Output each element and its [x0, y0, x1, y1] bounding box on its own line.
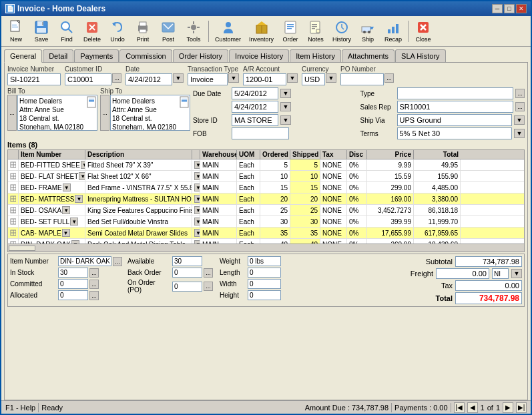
date-dropdown[interactable]: ▼ [173, 73, 184, 83]
prev-page-button[interactable]: ◀ [467, 402, 478, 413]
order-button[interactable]: Order [278, 17, 302, 45]
svg-point-23 [226, 22, 231, 27]
find-button[interactable]: Find [55, 17, 79, 45]
item-number-detail-browse[interactable]: ... [113, 257, 122, 266]
tab-sla-history[interactable]: SLA History [395, 49, 445, 62]
print-button[interactable]: Print [131, 17, 155, 45]
recap-button[interactable]: Recap [381, 17, 405, 45]
currency-input[interactable] [302, 73, 325, 85]
ar-account-input[interactable] [243, 73, 286, 85]
table-row[interactable]: CAB- MAPLE▼ Semi Coated Metal Drawer Sli… [8, 228, 524, 239]
tab-payments[interactable]: Payments [74, 49, 119, 62]
ar-account-dropdown[interactable]: ▼ [287, 73, 298, 83]
customer-id-input[interactable] [65, 73, 111, 85]
tab-detail[interactable]: Detail [43, 49, 73, 62]
transaction-type-dropdown[interactable]: ▼ [228, 73, 239, 83]
subtotal-value[interactable] [455, 256, 522, 267]
height-input[interactable] [248, 290, 281, 300]
table-row[interactable]: BED- MATTRESS▼ Innerspring Mattress - SU… [8, 193, 524, 205]
table-row[interactable]: BED- FLAT SHEET▼ Flat Sheet 102" X 66" ▼… [8, 171, 524, 182]
invoice-number-input[interactable] [7, 73, 61, 85]
bill-to-browse[interactable]: ... [7, 95, 17, 131]
table-row[interactable]: BED- FRAME▼ Bed Frame - VINSTRA 77.5" X … [8, 182, 524, 193]
ship-icon [360, 19, 376, 35]
inventory-button[interactable]: Inventory [246, 17, 277, 45]
tab-attachments[interactable]: Attachments [342, 49, 394, 62]
delete-button[interactable]: Delete [80, 17, 104, 45]
ship-button[interactable]: Ship [356, 17, 380, 45]
sales-rep-input[interactable] [397, 101, 514, 113]
customer-button[interactable]: Customer [212, 17, 244, 45]
tab-item-history[interactable]: Item History [290, 49, 341, 62]
next-page-button[interactable]: ▶ [503, 402, 513, 413]
minimize-button[interactable]: ─ [492, 4, 503, 13]
grid-scrollbar[interactable] [7, 244, 525, 252]
in-stock-input[interactable] [58, 268, 88, 278]
table-row[interactable]: BED- SET FULL▼ Bed Set Full/double Vinst… [8, 216, 524, 228]
close-toolbar-button[interactable]: Close [411, 17, 435, 45]
post-button[interactable]: Post [156, 17, 180, 45]
on-order-input[interactable] [172, 282, 202, 292]
weight-input[interactable] [248, 256, 281, 266]
tax-value[interactable] [455, 280, 522, 291]
total-value[interactable] [455, 292, 522, 304]
width-input[interactable] [248, 279, 281, 289]
grid-body: BED-FITTED SHEE ▼ Fitted Sheet 79" X 39"… [8, 159, 524, 244]
committed-input[interactable] [58, 279, 88, 289]
item-number-detail-input[interactable] [58, 256, 111, 266]
notes-button[interactable]: Notes [304, 17, 328, 45]
allocated-browse[interactable]: ... [89, 291, 99, 300]
committed-browse[interactable]: ... [89, 280, 99, 289]
undo-button[interactable]: Undo [105, 17, 129, 45]
terms-input[interactable] [397, 127, 513, 139]
po-number-browse[interactable]: ... [384, 73, 394, 83]
desc-dropdown-btn[interactable]: ▼ [194, 161, 200, 169]
amount-due-text: Amount Due : 734,787.98 [305, 404, 388, 412]
available-input[interactable] [172, 256, 202, 266]
table-row[interactable]: BED- OSAKA▼ King Size Features Cappucino… [8, 205, 524, 216]
on-order-browse[interactable]: ... [204, 282, 213, 291]
tab-order-history[interactable]: Order History [173, 49, 228, 62]
length-input[interactable] [248, 268, 281, 278]
allocated-input[interactable] [58, 290, 88, 300]
due-date-dropdown[interactable]: ▼ [280, 89, 291, 98]
maximize-button[interactable]: □ [504, 4, 515, 13]
fob-input[interactable] [232, 127, 289, 139]
ship-to-browse[interactable]: ... [100, 95, 109, 131]
back-order-input[interactable] [172, 268, 202, 278]
tools-button[interactable]: Tools [182, 17, 206, 45]
due-date-input[interactable] [232, 87, 278, 99]
invoice-date-input[interactable] [232, 101, 278, 113]
po-number-input[interactable] [340, 73, 384, 85]
in-stock-browse[interactable]: ... [89, 268, 99, 278]
tab-commission[interactable]: Commission [119, 49, 172, 62]
ship-via-dropdown[interactable]: ▼ [514, 115, 525, 125]
transaction-type-input[interactable] [188, 73, 228, 85]
last-page-button[interactable]: ▶| [516, 402, 527, 413]
history-button[interactable]: History [329, 17, 354, 45]
table-row[interactable]: DIN- DARK OAK▼ Dark Oak And Metal Dining… [8, 239, 524, 244]
customer-id-browse[interactable]: ... [112, 73, 121, 83]
store-id-input[interactable] [232, 114, 278, 126]
currency-dropdown[interactable]: ▼ [326, 73, 336, 83]
date-input[interactable] [125, 73, 172, 85]
tab-invoice-history[interactable]: Invoice History [229, 49, 289, 62]
store-id-dropdown[interactable]: ▼ [280, 115, 291, 125]
tab-general[interactable]: General [4, 49, 42, 63]
close-button[interactable]: ✕ [516, 4, 527, 13]
table-row[interactable]: BED-FITTED SHEE ▼ Fitted Sheet 79" X 39"… [8, 159, 524, 171]
new-button[interactable]: New [4, 17, 28, 45]
type-input[interactable] [397, 87, 514, 99]
freight-code-input[interactable] [492, 268, 509, 279]
type-browse[interactable]: ... [515, 89, 525, 98]
sales-rep-browse[interactable]: ... [515, 102, 525, 111]
item-dropdown-btn[interactable]: ▼ [81, 161, 85, 169]
first-page-button[interactable]: |◀ [454, 402, 465, 413]
invoice-date-dropdown[interactable]: ▼ [280, 102, 291, 111]
terms-dropdown[interactable]: ▼ [514, 129, 525, 138]
save-button[interactable]: Save [29, 17, 53, 45]
freight-dropdown[interactable]: ▼ [511, 269, 522, 278]
back-order-browse[interactable]: ... [204, 268, 213, 278]
freight-value[interactable] [436, 268, 489, 279]
ship-via-input[interactable] [397, 114, 513, 126]
